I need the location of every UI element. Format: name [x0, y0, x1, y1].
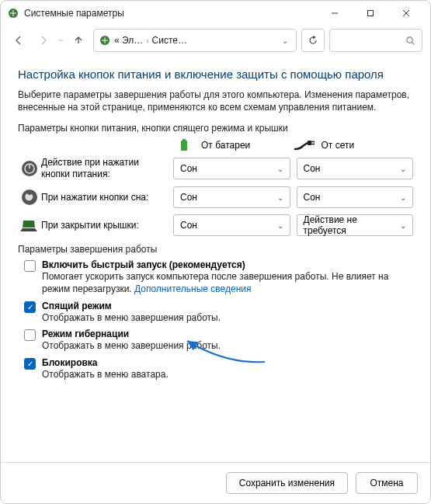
footer: Сохранить изменения Отмена — [1, 462, 430, 503]
save-button[interactable]: Сохранить изменения — [226, 472, 348, 494]
breadcrumb-icon — [99, 34, 111, 47]
titlebar: Системные параметры — [1, 1, 430, 26]
row-lid-label: При закрытии крышки: — [41, 220, 173, 231]
select-value: Сон — [304, 192, 321, 203]
svg-rect-2 — [368, 11, 374, 16]
option-lock: ✓ Блокировка Отображать в меню аватара. — [24, 357, 413, 381]
chevron-down-icon: ⌄ — [277, 221, 283, 230]
power-button-icon — [18, 160, 41, 177]
content-area: Настройка кнопок питания и включение защ… — [1, 58, 430, 381]
intro-text: Выберите параметры завершения работы для… — [18, 89, 413, 113]
lock-desc: Отображать в меню аватара. — [42, 369, 413, 381]
row-sleep-label: При нажатии кнопки сна: — [41, 192, 173, 203]
chevron-down-icon: ⌄ — [400, 165, 406, 173]
power-battery-select[interactable]: Сон ⌄ — [173, 158, 290, 179]
app-icon — [7, 7, 19, 19]
select-value: Сон — [180, 163, 197, 174]
sleep-title: Спящий режим — [42, 301, 413, 311]
svg-rect-10 — [308, 141, 311, 145]
column-ac-label: От сети — [322, 140, 355, 151]
minimize-button[interactable] — [317, 1, 353, 26]
column-battery: От батареи — [173, 138, 294, 152]
svg-line-7 — [412, 42, 414, 44]
sleep-button-icon — [18, 189, 41, 206]
back-button[interactable] — [9, 30, 29, 50]
cancel-button[interactable]: Отмена — [356, 472, 418, 494]
hibernate-title: Режим гибернации — [42, 328, 413, 339]
breadcrumb-seg-1[interactable]: « Эл… — [114, 35, 143, 46]
maximize-button[interactable] — [353, 1, 388, 26]
breadcrumb-dropdown-icon[interactable]: ⌄ — [282, 36, 291, 45]
power-section-label: Параметры кнопки питания, кнопки спящего… — [18, 123, 413, 134]
up-button[interactable] — [68, 30, 89, 50]
option-sleep: ✓ Спящий режим Отображать в меню заверше… — [24, 301, 413, 325]
lid-ac-select[interactable]: Действие не требуется ⌄ — [297, 214, 414, 236]
breadcrumb[interactable]: « Эл… › Систе… ⌄ — [93, 29, 297, 52]
sleep-desc: Отображать в меню завершения работы. — [42, 312, 413, 325]
row-lid: При закрытии крышки: Сон ⌄ Действие не т… — [18, 214, 413, 236]
close-button[interactable] — [388, 1, 424, 26]
option-fast-startup: Включить быстрый запуск (рекомендуется) … — [24, 259, 413, 295]
checkbox-lock[interactable]: ✓ — [24, 358, 36, 370]
row-sleep-button: При нажатии кнопки сна: Сон ⌄ Сон ⌄ — [18, 186, 413, 208]
refresh-button[interactable] — [301, 29, 325, 52]
chevron-down-icon: ⌄ — [400, 221, 406, 230]
search-input[interactable] — [329, 29, 422, 52]
checkbox-fast-startup[interactable] — [24, 260, 36, 272]
svg-rect-8 — [181, 141, 187, 151]
page-title: Настройка кнопок питания и включение защ… — [18, 68, 413, 81]
select-value: Сон — [304, 163, 321, 174]
select-value: Действие не требуется — [304, 214, 401, 236]
lock-title: Блокировка — [42, 357, 413, 368]
shutdown-section: Параметры завершения работы Включить быс… — [18, 244, 413, 381]
plug-icon — [294, 138, 315, 152]
more-info-link[interactable]: Дополнительные сведения — [134, 283, 251, 294]
chevron-down-icon: ⌄ — [277, 193, 283, 202]
lid-icon — [18, 217, 41, 233]
option-hibernate: Режим гибернации Отображать в меню завер… — [24, 328, 413, 353]
column-ac: От сети — [294, 138, 414, 152]
chevron-down-icon: ⌄ — [277, 165, 283, 173]
hibernate-desc: Отображать в меню завершения работы. — [42, 340, 413, 353]
sleep-ac-select[interactable]: Сон ⌄ — [297, 186, 414, 208]
fast-startup-title: Включить быстрый запуск (рекомендуется) — [42, 259, 413, 270]
select-value: Сон — [180, 220, 197, 231]
power-settings-table: От батареи От сети Действие при нажатии … — [18, 138, 413, 236]
select-value: Сон — [180, 192, 197, 203]
chevron-down-icon: ⌄ — [400, 193, 406, 202]
search-icon — [405, 36, 415, 46]
checkbox-sleep[interactable]: ✓ — [24, 301, 36, 313]
nav-separator: ~ — [58, 35, 64, 46]
window-title: Системные параметры — [24, 8, 317, 19]
shutdown-section-label: Параметры завершения работы — [18, 244, 413, 255]
chevron-right-icon: › — [146, 36, 148, 45]
row-power-button: Действие при нажатии кнопки питания: Сон… — [18, 157, 413, 180]
row-power-label: Действие при нажатии кнопки питания: — [41, 157, 173, 180]
battery-icon — [173, 138, 195, 152]
navbar: ~ « Эл… › Систе… ⌄ — [1, 26, 430, 58]
sleep-battery-select[interactable]: Сон ⌄ — [173, 186, 290, 208]
power-ac-select[interactable]: Сон ⌄ — [297, 158, 414, 179]
lid-battery-select[interactable]: Сон ⌄ — [173, 214, 290, 236]
svg-rect-9 — [182, 139, 186, 141]
breadcrumb-seg-2[interactable]: Систе… — [152, 35, 187, 46]
svg-point-6 — [407, 36, 412, 42]
forward-button[interactable] — [33, 30, 54, 50]
fast-startup-desc: Помогает ускорить запуск компьютера посл… — [42, 271, 413, 295]
column-battery-label: От батареи — [201, 140, 250, 151]
checkbox-hibernate[interactable] — [24, 329, 36, 341]
